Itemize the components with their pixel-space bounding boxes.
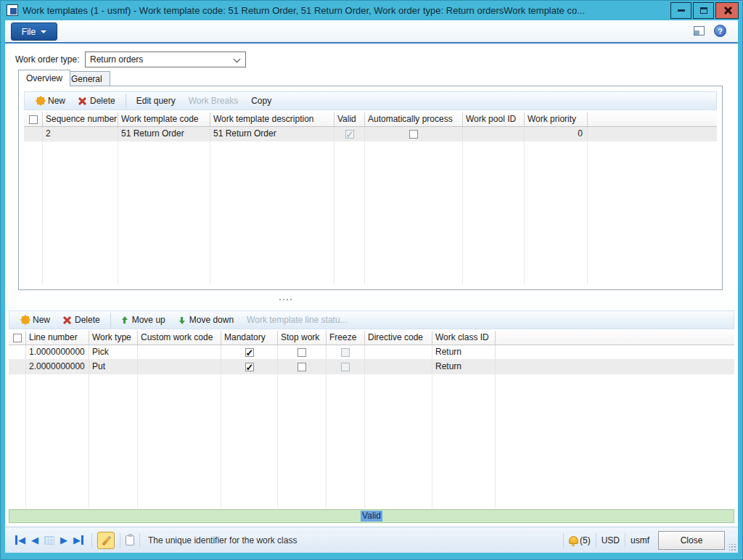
status-hint-text: The unique identifier for the work class [148, 535, 297, 545]
delete-line-button[interactable]: Delete [57, 312, 107, 328]
edit-record-button[interactable] [97, 532, 115, 549]
first-record-button[interactable] [15, 535, 25, 545]
statusbar-separator [91, 533, 92, 548]
column-header[interactable]: Work template description [210, 112, 334, 126]
grid-view-icon[interactable] [44, 536, 54, 545]
move-down-button[interactable]: Move down [172, 312, 240, 328]
minimize-icon [678, 9, 685, 12]
column-header[interactable]: Valid [334, 112, 365, 126]
minimize-button[interactable] [670, 2, 691, 19]
window-title: Work templates (1 - usmf) - Work templat… [22, 5, 654, 16]
table-row[interactable]: 2 51 Return Order 51 Return Order 0 [24, 127, 717, 141]
file-menu-button[interactable]: File [11, 22, 57, 41]
column-header[interactable]: Work type [89, 331, 138, 345]
move-up-button[interactable]: Move up [115, 312, 172, 328]
chevron-down-icon [234, 56, 241, 63]
select-all-checkbox[interactable] [29, 115, 38, 124]
file-menu-label: File [22, 27, 36, 37]
cell-sequence-number: 2 [43, 127, 118, 141]
close-window-button[interactable] [715, 2, 739, 19]
cell-mandatory [221, 345, 278, 359]
statusbar-separator [563, 533, 564, 548]
cell-work-pool-id [463, 127, 525, 141]
cell-work-class-id: Return [432, 360, 496, 374]
new-button[interactable]: New [30, 93, 72, 109]
company-indicator[interactable]: usmf [631, 535, 649, 545]
pencil-icon [101, 535, 111, 545]
edit-query-button[interactable]: Edit query [130, 93, 182, 109]
arrow-up-icon [121, 316, 128, 324]
cell-work-template-description: 51 Return Order [210, 127, 334, 141]
column-header[interactable]: Custom work code [138, 331, 221, 345]
select-all-checkbox[interactable] [13, 334, 22, 342]
column-header[interactable]: Work template code [118, 112, 210, 126]
column-header[interactable]: Freeze [327, 331, 365, 345]
row-select-cell[interactable] [9, 345, 26, 359]
table-row[interactable]: 1.0000000000 Pick Return [9, 345, 734, 360]
column-header[interactable]: Stop work [278, 331, 327, 345]
cell-work-priority: 0 [525, 127, 588, 141]
grid-empty-area [24, 141, 717, 284]
toolbar-separator [110, 313, 111, 327]
bell-icon [569, 536, 578, 544]
top-grid-toolbar: New Delete Edit query Work Breaks Copy [24, 91, 717, 110]
stop-work-checkbox[interactable] [297, 363, 306, 371]
chevron-down-icon [41, 30, 46, 33]
table-row[interactable]: 2.0000000000 Put Return [9, 360, 734, 374]
work-template-lines-grid: Line number Work type Custom work code M… [9, 331, 734, 508]
close-button[interactable]: Close [658, 531, 725, 550]
tab-overview[interactable]: Overview [18, 70, 70, 86]
column-header[interactable]: Mandatory [221, 331, 278, 345]
column-header[interactable]: Automatically process [365, 112, 463, 126]
last-record-button[interactable] [73, 535, 83, 545]
stop-work-checkbox[interactable] [297, 348, 306, 357]
menu-bar: File ? [5, 20, 738, 44]
delete-line-label: Delete [75, 315, 100, 325]
move-up-label: Move up [132, 315, 165, 325]
maximize-button[interactable] [693, 2, 714, 19]
column-header[interactable]: Work priority [525, 112, 588, 126]
resize-grip[interactable] [729, 544, 736, 551]
new-icon [22, 316, 29, 324]
panel-splitter[interactable] [5, 290, 738, 310]
currency-indicator[interactable]: USD [602, 535, 620, 545]
previous-record-button[interactable] [31, 535, 38, 545]
column-header[interactable]: Line number [26, 331, 89, 345]
help-icon[interactable]: ? [714, 25, 726, 37]
row-select-cell[interactable] [9, 360, 26, 374]
window-layout-icon[interactable] [694, 26, 705, 36]
select-all-cell [24, 112, 43, 126]
delete-button[interactable]: Delete [72, 93, 122, 109]
column-header[interactable]: Work pool ID [463, 112, 525, 126]
cell-valid [334, 127, 365, 141]
column-header[interactable]: Sequence number [43, 112, 118, 126]
statusbar-separator [596, 533, 596, 548]
mandatory-checkbox[interactable] [245, 348, 254, 357]
window-titlebar: Work templates (1 - usmf) - Work templat… [0, 0, 743, 20]
status-bar: The unique identifier for the work class… [5, 527, 738, 553]
automatically-process-checkbox[interactable] [409, 130, 418, 139]
cell-freeze [327, 360, 365, 374]
cell-stop-work [278, 360, 327, 374]
cell-directive-code [365, 345, 432, 359]
alerts-button[interactable]: (5) [569, 535, 591, 545]
row-select-cell[interactable] [24, 127, 43, 141]
validation-status-field[interactable]: Valid [9, 509, 734, 523]
column-header[interactable]: Work class ID [432, 331, 496, 345]
copy-button-label: Copy [251, 96, 271, 106]
notes-icon[interactable] [126, 535, 134, 545]
new-line-button[interactable]: New [15, 312, 57, 328]
cell-freeze [327, 345, 365, 359]
mandatory-checkbox[interactable] [245, 363, 254, 371]
line-status-label: Work template line statu... [247, 315, 348, 325]
statusbar-separator [139, 533, 140, 548]
copy-button[interactable]: Copy [245, 93, 278, 109]
work-templates-grid: Sequence number Work template code Work … [24, 112, 717, 284]
cell-automatically-process [365, 127, 463, 141]
alerts-count: (5) [580, 535, 591, 545]
work-order-type-select[interactable]: Return orders [85, 52, 246, 67]
cell-stop-work [278, 345, 327, 359]
next-record-button[interactable] [60, 535, 67, 545]
cell-line-number: 2.0000000000 [26, 360, 89, 374]
column-header[interactable]: Directive code [365, 331, 432, 345]
